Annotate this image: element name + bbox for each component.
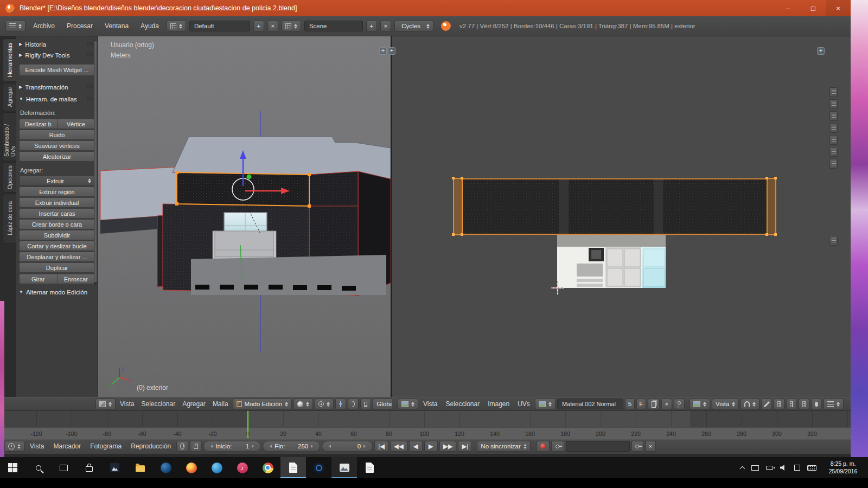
volume-icon[interactable] — [780, 465, 787, 471]
tab-sombreado-uvs[interactable]: Sombreado / UVs — [3, 112, 16, 161]
insert-keyframe-button[interactable] — [631, 441, 643, 452]
menu-procesar[interactable]: Procesar — [62, 22, 97, 30]
scrollbar-thumb[interactable] — [94, 41, 97, 282]
new-image-button[interactable] — [648, 399, 660, 409]
encode-mesh-widget-button[interactable]: Encode Mesh Widget ... — [19, 64, 95, 76]
display-tray-icon[interactable] — [751, 465, 759, 471]
panel-header-historia[interactable]: ▶ Historia — [16, 40, 98, 49]
fake-user-button[interactable]: F — [636, 399, 646, 409]
layout-name-field[interactable]: Default — [189, 21, 250, 31]
preview-range-button[interactable] — [176, 441, 188, 452]
minimize-button[interactable]: – — [776, 0, 801, 16]
menu-vista[interactable]: Vista — [420, 400, 441, 408]
manipulator-scale-button[interactable] — [360, 399, 371, 409]
image-users-button[interactable]: 5 — [625, 399, 635, 409]
menu-reproduccion[interactable]: Reproducción — [127, 442, 175, 450]
scene-browse-button[interactable] — [282, 21, 301, 31]
frame-start-field[interactable]: Inicio: 1 — [203, 441, 261, 452]
menu-vista[interactable]: Vista — [117, 400, 137, 408]
collapsed-panel-icon[interactable] — [829, 111, 838, 121]
extruir-region-button[interactable]: Extruir región — [19, 187, 95, 197]
menu-seleccionar[interactable]: Seleccionar — [138, 400, 178, 408]
collapsed-panel-icon[interactable] — [829, 87, 838, 97]
region-expand-button[interactable]: + — [388, 47, 395, 55]
maximize-button[interactable]: □ — [801, 0, 826, 16]
subdividir-button[interactable]: Subdividir — [19, 230, 95, 240]
viewport-shading-dropdown[interactable] — [293, 399, 313, 409]
search-button[interactable] — [25, 457, 51, 478]
manipulator-translate-button[interactable] — [335, 399, 346, 409]
ruido-button[interactable]: Ruido — [19, 130, 95, 140]
prev-keyframe-button[interactable]: ◀◀ — [390, 441, 407, 452]
taskbar-item-firefox[interactable] — [178, 457, 204, 478]
insertar-caras-button[interactable]: Insertar caras — [19, 208, 95, 219]
render-engine-dropdown[interactable]: Cycles — [394, 21, 433, 31]
image-display-dropdown[interactable] — [690, 399, 710, 409]
scene-name-field[interactable]: Scene — [304, 21, 363, 31]
collapsed-panel-icon[interactable] — [829, 236, 838, 246]
jump-to-end-button[interactable]: ▶| — [458, 441, 472, 452]
layout-browse-button[interactable] — [167, 21, 186, 31]
building-model[interactable] — [100, 137, 391, 296]
tab-lapiz-de-cera[interactable]: Lápiz de cera — [3, 194, 16, 243]
taskbar-item-app-blue[interactable] — [153, 457, 178, 478]
region-expand-button[interactable]: + — [817, 47, 825, 55]
panel-header-transformacion[interactable]: ▶ Transformación — [16, 82, 98, 92]
action-center-icon[interactable] — [794, 465, 800, 471]
layout-add-button[interactable]: + — [253, 21, 264, 31]
uv-snap-dropdown[interactable] — [741, 399, 760, 409]
unlink-image-button[interactable]: × — [661, 399, 672, 409]
uv-select-edge-button[interactable] — [786, 399, 797, 409]
layout-delete-button[interactable]: × — [267, 21, 278, 31]
menu-ventana[interactable]: Ventana — [100, 22, 133, 30]
enroscar-button[interactable]: Enroscar — [58, 274, 95, 284]
desplazar-deslizar-button[interactable]: Desplazar y deslizar ... — [19, 252, 95, 262]
menu-fotograma[interactable]: Fotograma — [86, 442, 125, 450]
editor-type-button-info[interactable] — [5, 21, 25, 31]
image-name-field[interactable]: Material.002 Normal — [557, 399, 623, 409]
menu-seleccionar[interactable]: Seleccionar — [442, 400, 483, 408]
uv-image-editor[interactable] — [392, 36, 851, 397]
menu-ayuda[interactable]: Ayuda — [136, 22, 163, 30]
frame-end-field[interactable]: Fin: 250 — [263, 441, 320, 452]
mode-dropdown[interactable]: Modo Edición — [233, 399, 292, 409]
battery-icon[interactable] — [766, 466, 773, 470]
scene-delete-button[interactable]: × — [380, 21, 391, 31]
orientation-dropdown[interactable]: Global — [373, 399, 392, 409]
uv-paint-button[interactable] — [811, 399, 822, 409]
cortar-deslizar-bucle-button[interactable]: Cortar y deslizar bucle — [19, 241, 95, 251]
uv-select-face-button[interactable] — [799, 399, 809, 409]
timeline-ruler[interactable]: -120 -100 -80 -60 -40 -20 0 20 40 60 80 … — [0, 427, 851, 439]
extruir-individual-button[interactable]: Extruir individual — [19, 197, 95, 208]
current-frame-playhead[interactable] — [247, 411, 248, 438]
collapsed-panel-icon[interactable] — [829, 99, 838, 109]
keying-set-field[interactable] — [566, 441, 630, 452]
menu-malla[interactable]: Malla — [210, 400, 231, 408]
3d-viewport[interactable]: z y x Usuario (ortog) Meters (0) exterio… — [98, 36, 391, 397]
play-button[interactable]: ▶ — [424, 441, 438, 452]
collapsed-panel-icon[interactable] — [829, 147, 838, 157]
aleatorizar-button[interactable]: Aleatorizar — [19, 151, 95, 162]
menu-marcador[interactable]: Marcador — [49, 442, 85, 450]
region-expand-button[interactable]: + — [379, 47, 387, 55]
duplicar-button[interactable]: Duplicar — [19, 262, 95, 273]
taskbar-clock[interactable]: 8:25 p. m. 25/09/2016 — [824, 460, 863, 475]
editor-type-button-3dview[interactable] — [95, 399, 116, 409]
menu-imagen[interactable]: Imagen — [484, 400, 513, 408]
taskbar-item-document2[interactable] — [357, 457, 382, 478]
task-view-button[interactable] — [51, 457, 76, 478]
taskbar-item-active-document[interactable] — [280, 457, 306, 478]
deslizar-borde-button[interactable]: Deslizar b — [19, 119, 58, 129]
taskbar-item-store[interactable] — [76, 457, 102, 478]
menu-archivo[interactable]: Archivo — [29, 22, 59, 30]
taskbar-item-file-explorer[interactable] — [127, 457, 153, 478]
next-keyframe-button[interactable]: ▶▶ — [439, 441, 457, 452]
pivot-dropdown[interactable] — [315, 399, 334, 409]
editor-type-button-timeline[interactable] — [4, 441, 24, 452]
extruir-select[interactable]: Extruir — [19, 176, 95, 186]
menu-agregar[interactable]: Agregar — [180, 400, 208, 408]
toolshelf-scrollbar[interactable] — [94, 40, 97, 285]
window-titlebar[interactable]: Blender* [E:\Diseños blender\diseños ble… — [0, 0, 851, 16]
taskbar-item-chrome[interactable] — [255, 457, 280, 478]
taskbar-item-image-viewer[interactable] — [331, 457, 357, 478]
